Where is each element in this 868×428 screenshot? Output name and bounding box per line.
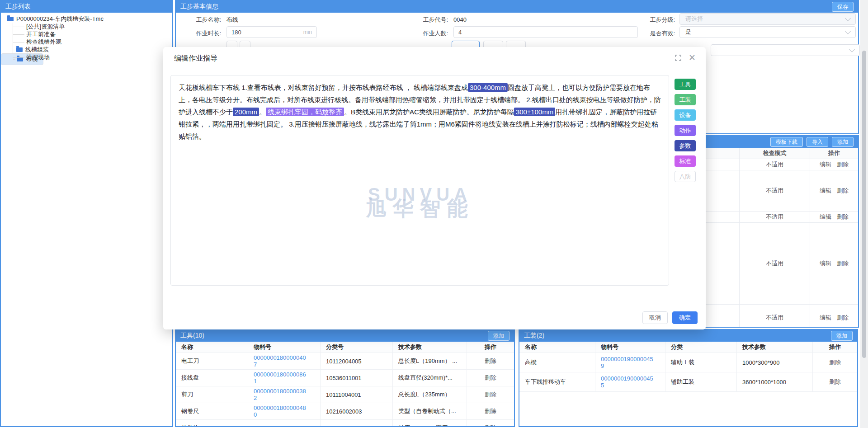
material-number-link[interactable]: 00000001800000861 [254,371,306,385]
data-cell: 00000001800000382 [248,386,321,403]
material-number-link[interactable]: 0000000180000180 [254,425,306,428]
highlighted-text: 线束绑扎牢固，码放整齐 [266,108,344,116]
valid-label: 是否有效: [638,29,675,38]
step-level-select[interactable]: 请选择 [679,13,856,25]
column-header: 名称 [519,342,595,353]
delete-link[interactable]: 删除 [829,358,841,367]
delete-link[interactable]: 删除 [485,407,496,415]
data-cell: 00000001800000861 [248,370,321,386]
data-cell: 10112012005 [321,420,393,427]
column-header: 技术参数 [393,342,467,353]
operation-cell: 删除 [467,386,514,403]
fullscreen-icon[interactable] [675,55,681,61]
edit-link[interactable]: 编辑 [820,259,831,268]
tree-item[interactable]: 检查线槽外观 [1,38,172,46]
material-number-link[interactable]: 00000001800000382 [254,388,306,401]
highlighted-text: 300±100mm [514,108,555,116]
chevron-down-icon [845,28,851,34]
duration-input[interactable]: 180 min [226,26,317,38]
delete-link[interactable]: 删除 [829,378,841,386]
material-number-link[interactable]: 00000001800000407 [254,354,306,368]
tag-button-标准[interactable]: 标准 [675,155,696,167]
page-scrollbar-thumb[interactable] [862,51,866,358]
tree-item[interactable]: P0000000234-车内线槽安装-Tmc [1,15,172,23]
operation-cell: 删除 [467,420,514,427]
material-number-link[interactable]: 00000001900000455 [601,375,653,389]
tag-button-设备[interactable]: 设备 [675,109,696,121]
page-scrollbar-track[interactable] [860,0,868,428]
watermark-brand: SUNVUA [171,188,669,201]
close-icon[interactable]: ✕ [689,54,696,61]
tree-item[interactable]: [公共]资源清单 [1,23,172,30]
add-fixture-button[interactable]: 添加 [831,331,853,341]
confirm-button[interactable]: 确定 [672,311,698,324]
tree-item[interactable]: 清理现场 [1,53,172,61]
import-button[interactable]: 导入 [807,137,828,147]
add-tool-button[interactable]: 添加 [488,331,509,341]
step-list-title: 工步列表 [5,3,31,11]
check-operation-cell: 编辑删除 [810,170,858,211]
tag-button-参数[interactable]: 参数 [675,140,696,151]
column-header: 物料号 [248,342,321,353]
material-number-link[interactable]: 00000001800000480 [254,404,306,418]
delete-link[interactable]: 删除 [485,357,496,365]
table-row: 剪刀0000000180000038210111004001总长度L（235mm… [176,386,514,403]
table-row: 车下线排移动车00000001900000455辅助工装3600*1000*10… [519,372,857,392]
edit-link[interactable]: 编辑 [820,314,831,322]
workers-input[interactable]: 4 [453,26,638,38]
data-cell: 长度(190mm)*宽度(... [393,420,467,427]
delete-link[interactable]: 删除 [485,424,496,427]
check-operation-cell: 编辑删除 [810,212,858,222]
instruction-editor[interactable]: 天花板线槽车下布线 1.查看布线表，对线束留好预留，并按布线表路经布线 ， 线槽… [170,75,669,286]
tag-button-八防: 八防 [675,171,696,182]
tree-item-label: 开工前准备 [26,30,56,38]
delete-link[interactable]: 删除 [837,160,849,169]
tree-item-label: 检查线槽外观 [26,38,61,46]
delete-link[interactable]: 删除 [485,374,496,382]
tag-button-动作[interactable]: 动作 [675,125,696,136]
workers-label: 作业人数: [411,29,448,38]
data-cell: 车下线排移动车 [519,372,595,391]
data-cell: 类型（自卷制动式（... [393,403,467,419]
instruction-text: 天花板线槽车下布线 1.查看布线表，对线束留好预留，并按布线表路经布线 ， 线槽… [179,84,468,91]
column-header: 分类号 [321,342,393,353]
highlighted-text: 200mm [233,108,259,116]
check-mode-cell: 不适用 [739,170,810,211]
chevron-down-icon [845,15,851,21]
tree-item[interactable]: 开工前准备 [1,30,172,38]
edit-link[interactable]: 编辑 [820,187,831,195]
data-cell: 10112004005 [321,353,393,369]
delete-link[interactable]: 删除 [837,314,849,322]
tag-button-工装[interactable]: 工装 [675,94,696,105]
fixtures-panel: 工装(2) 添加 名称物料号分类技术参数操作 高櫈000000019000004… [519,329,858,427]
extra-select[interactable] [711,44,860,56]
delete-link[interactable]: 删除 [485,390,496,399]
tree-item[interactable]: 线槽组装 [1,46,172,53]
delete-link[interactable]: 删除 [837,213,849,221]
delete-link[interactable]: 删除 [837,259,849,268]
save-button[interactable]: 保存 [832,2,854,12]
data-cell: 辅助工装 [665,353,737,372]
check-mode-column-header: 检查模式 [739,148,810,159]
edit-link[interactable]: 编辑 [820,213,831,221]
table-row: 接线盘0000000180000086110536011001线盘直径(320m… [176,370,514,386]
fixtures-table-header: 名称物料号分类技术参数操作 [519,342,857,353]
tag-button-工具[interactable]: 工具 [675,79,696,90]
delete-link[interactable]: 删除 [837,187,849,195]
data-cell: 辅助工装 [665,372,737,391]
data-cell: 扎带枪 [176,420,248,427]
data-cell: 3600*1000*1000 [737,372,813,391]
tree-item-label: [公共]资源清单 [26,23,65,31]
table-row: 高櫈00000001900000459辅助工装1000*300*900删除 [519,353,857,372]
template-download-button[interactable]: 模板下载 [770,137,803,147]
material-number-link[interactable]: 00000001900000459 [601,356,653,369]
fixtures-title: 工装(2) [524,332,544,340]
cancel-button[interactable]: 取消 [642,311,668,324]
data-cell: 钢卷尺 [176,403,248,419]
fixtures-header: 工装(2) 添加 [519,330,857,342]
data-cell: 高櫈 [519,353,595,372]
edit-link[interactable]: 编辑 [820,160,831,169]
data-cell: 线盘直径(320mm)*... [393,370,467,386]
add-check-button[interactable]: 添加 [832,137,854,147]
valid-select[interactable]: 是 [679,26,856,38]
